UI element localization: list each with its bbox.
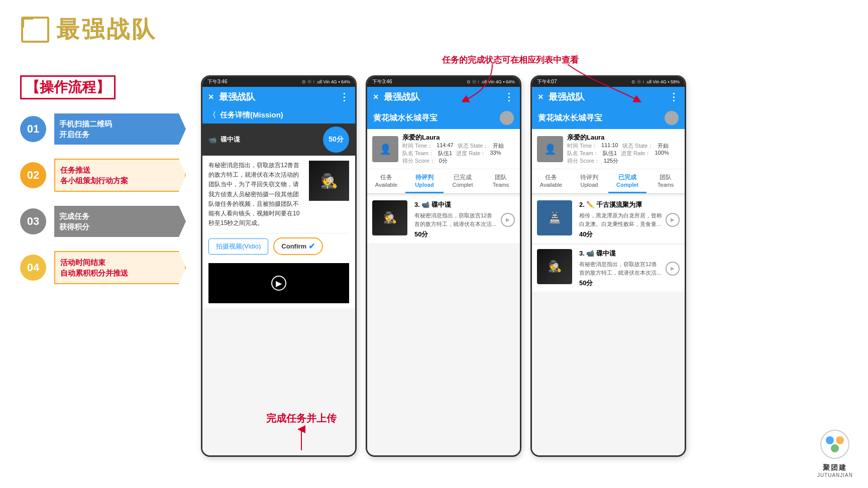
- phone2-rate-label: 进度 Rate：: [456, 150, 486, 157]
- phone3-list-header: 黄花城水长城寻宝: [532, 107, 685, 129]
- brand-sub: JUTUANJIAN: [817, 472, 853, 478]
- brand-logo-icon: [820, 429, 850, 459]
- tab3-teams[interactable]: 团队 Teams: [646, 169, 685, 193]
- phone2-score-row: 得分 Score： 0分: [402, 157, 515, 165]
- phone2-user-name: 亲爱的Laura: [402, 133, 515, 142]
- phone2-user-info: 👤 亲爱的Laura 时间 Time： 114:47 状态 State： 开始 …: [367, 129, 520, 169]
- tab3-available-sublabel: Available: [533, 182, 569, 188]
- phone2-time: 下午3:46: [372, 78, 392, 85]
- phone2-task-play[interactable]: ▶: [501, 213, 515, 227]
- phone1-sub-title: 任务详情(Mission): [220, 110, 283, 120]
- step-badge-2: 02: [20, 162, 46, 188]
- task1-img-icon: 🏯: [549, 212, 561, 224]
- phone3-dots[interactable]: ⋮: [669, 91, 679, 103]
- phone3-tab-bar: 任务 Available 待评判 Upload 已完成 Complet 团队 T…: [532, 169, 685, 194]
- logo-bracket-icon: [20, 16, 50, 44]
- confirm-text: Confirm: [281, 242, 306, 250]
- phone1-status-bar: 下午3:46 ⊙ ☉ ↑ .ull Vin 4G ▪ 64%: [202, 77, 355, 87]
- annotation-bottom-area: 完成任务并上传: [266, 412, 337, 450]
- phone3-time-row: 时间 Time： 111:10 状态 State： 开始: [567, 142, 680, 150]
- tab-teams-label: 团队: [483, 173, 519, 182]
- phone3-task-2-header: 🕵️ 3. 📹 碟中谍 有秘密消息指出，窃取故宫12兽首的敌方特工，就潜伏在本次…: [537, 249, 680, 288]
- phone3-score-val: 125分: [604, 157, 618, 165]
- annotation-bottom-arrow: [276, 425, 327, 450]
- phone1-time: 下午3:46: [207, 78, 227, 85]
- phone3-task-2-title: 3. 📹 碟中谍: [579, 249, 663, 258]
- phone1-mission-header: 📹 碟中谍 50分: [202, 124, 355, 156]
- phone2-task-thumb: 🕵️: [372, 200, 407, 235]
- annotation-bottom-text: 完成任务并上传: [266, 412, 337, 425]
- svg-rect-2: [22, 18, 24, 28]
- phone3-rate-val: 100%: [655, 150, 669, 157]
- phone3-state-label: 状态 State：: [622, 142, 654, 150]
- btn-video[interactable]: 拍摄视频(Vidio): [208, 238, 268, 255]
- phone1-icons: ⊙ ☉ ↑ .ull Vin 4G ▪ 64%: [302, 79, 350, 84]
- phone3-task-2-thumb: 🕵️: [537, 249, 572, 284]
- tab3-complet-label: 已完成: [609, 173, 645, 182]
- phone3-list-title: 黄花城水长城寻宝: [538, 113, 602, 124]
- phone2-task-card-1: 🕵️ 3. 📹 碟中谍 有秘密消息指出，窃取故宫12兽首的敌方特工，就潜伏在本次…: [367, 196, 520, 243]
- spy-figure-3: 🕵️: [537, 249, 572, 284]
- tab3-teams-sublabel: Teams: [647, 182, 684, 188]
- tab3-upload[interactable]: 待评判 Upload: [570, 169, 608, 193]
- step-badge-3: 03: [20, 208, 46, 234]
- tab3-teams-label: 团队: [647, 173, 684, 182]
- phone3-team-val: 队伍1: [603, 150, 617, 157]
- phone1-close-btn[interactable]: ×: [208, 92, 214, 102]
- svg-point-5: [836, 436, 844, 444]
- phone3-time-val: 111:10: [601, 142, 618, 150]
- phone3-user-details: 亲爱的Laura 时间 Time： 111:10 状态 State： 开始 队名…: [567, 133, 680, 165]
- phone2-score-val: 0分: [439, 157, 448, 165]
- phone3-score-row: 得分 Score： 125分: [567, 157, 680, 165]
- phone3-user-name: 亲爱的Laura: [567, 133, 680, 142]
- phone1-app-title: 最强战队: [219, 91, 339, 103]
- mission-top-row: 有秘密消息指出，窃取故宫12兽首的敌方特工，就潜伏在本次活动的团队当中，为了寻回…: [208, 161, 349, 228]
- phone3-team-label: 队名 Team：: [567, 150, 599, 157]
- mission-video-icon: 📹: [208, 136, 216, 144]
- phone1-back-arrow[interactable]: 〈: [208, 110, 216, 120]
- phone2-task-title: 3. 📹 碟中谍: [414, 200, 498, 209]
- svg-point-6: [831, 444, 839, 452]
- tab-complet[interactable]: 已完成 Complet: [444, 169, 482, 193]
- step-arrow-1: 手机扫描二维码开启任务: [54, 113, 186, 145]
- phone3-task-1-play[interactable]: ▶: [666, 213, 680, 227]
- step-item-1: 01 手机扫描二维码开启任务: [20, 113, 186, 145]
- logo-area: 最强战队: [20, 14, 157, 45]
- phone1-mission-body: 有秘密消息指出，窃取故宫12兽首的敌方特工，就潜伏在本次活动的团队当中，为了寻回…: [202, 156, 355, 308]
- tab-complet-label: 已完成: [445, 173, 481, 182]
- btn-confirm[interactable]: Confirm ✔: [273, 237, 323, 255]
- mission-actions: 拍摄视频(Vidio) Confirm ✔: [208, 233, 349, 259]
- phone3-task-2-play[interactable]: ▶: [666, 262, 680, 276]
- svg-point-4: [826, 436, 834, 444]
- phone2-list-title: 黄花城水长城寻宝: [373, 113, 438, 124]
- phone2-close-btn[interactable]: ×: [373, 92, 379, 102]
- mission-name: 碟中谍: [221, 135, 240, 144]
- phone2-user-avatar-icon: [500, 111, 514, 125]
- phone2-task-desc: 有秘密消息指出，窃取故宫12兽首的敌方特工，就潜伏在本次活...: [414, 211, 498, 228]
- tab3-upload-label: 待评判: [571, 173, 607, 182]
- step-item-2: 02 任务推送各小组策划行动方案: [20, 159, 186, 192]
- tab-available[interactable]: 任务 Available: [367, 169, 405, 193]
- tab3-complet[interactable]: 已完成 Complet: [608, 169, 646, 193]
- tab-upload[interactable]: 待评判 Upload: [405, 169, 444, 193]
- phone3-rate-label: 进度 Rate：: [621, 150, 650, 157]
- mission-desc: 有秘密消息指出，窃取故宫12兽首的敌方特工，就潜伏在本次活动的团队当中，为了寻回…: [208, 161, 304, 228]
- confirm-check-icon: ✔: [308, 241, 315, 251]
- phone1-dots[interactable]: ⋮: [339, 91, 349, 103]
- phone2-team-row: 队名 Team： 队伍1 进度 Rate： 33%: [402, 150, 515, 157]
- logo-text: 最强战队: [56, 14, 157, 45]
- tab-teams-sublabel: Teams: [483, 182, 519, 188]
- tab3-available[interactable]: 任务 Available: [532, 169, 570, 193]
- play-btn[interactable]: ▶: [271, 276, 286, 291]
- brand-name: 聚团建: [817, 463, 853, 472]
- video-play-area: ▶: [208, 263, 349, 303]
- tab-teams[interactable]: 团队 Teams: [482, 169, 520, 193]
- tab3-upload-sublabel: Upload: [571, 182, 607, 188]
- phone3-task-card-1: 🏯 2. ✏️ 千古溪流聚为潭 相传，黑龙潭原为白龙所居，曾称白龙澳。白龙秉性败…: [532, 196, 685, 243]
- tab-available-label: 任务: [368, 173, 404, 182]
- annotation-arrow-phone2: [462, 64, 522, 104]
- phone3-time-label: 时间 Time：: [567, 142, 597, 150]
- step-item-4: 04 活动时间结束自动累积积分并推送: [20, 251, 186, 284]
- tab3-complet-sublabel: Complet: [609, 182, 645, 188]
- tab-upload-sublabel: Upload: [406, 182, 443, 188]
